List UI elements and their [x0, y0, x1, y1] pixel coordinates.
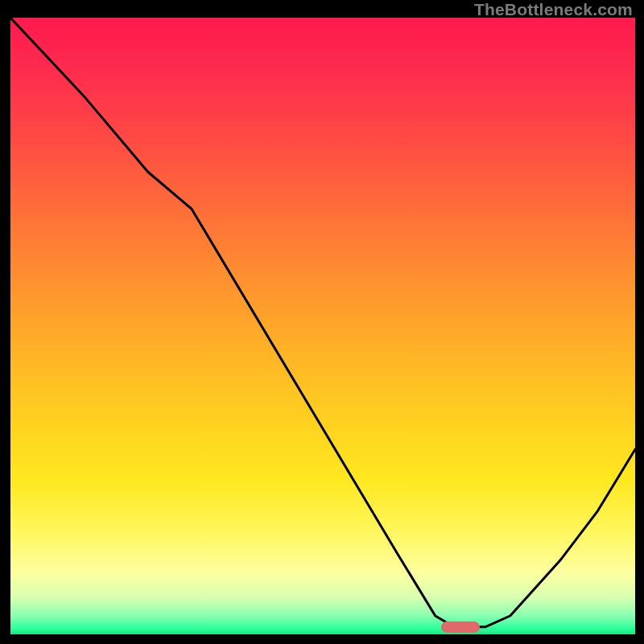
optimum-marker	[441, 621, 480, 633]
plot-area	[10, 18, 635, 634]
chart-frame	[10, 18, 635, 634]
watermark-text: TheBottleneck.com	[474, 0, 633, 19]
bottleneck-curve	[10, 18, 635, 634]
